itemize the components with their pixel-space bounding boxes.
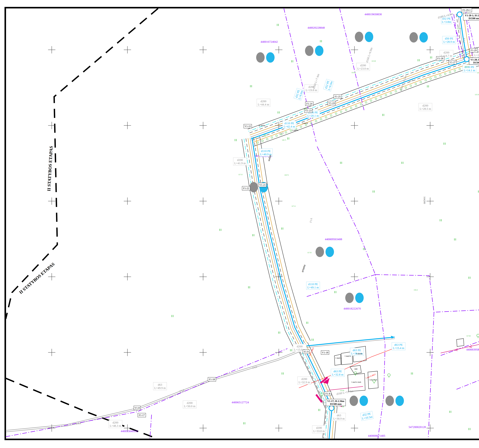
svg-text:d110 PE: d110 PE — [284, 122, 294, 125]
svg-text:1 met 0.40kV: 1 met 0.40kV — [365, 373, 376, 379]
pipe-label: d50 PEL=28.9 m — [442, 36, 456, 44]
grid-cross — [426, 349, 434, 356]
grid-cross — [351, 46, 358, 53]
svg-text:F1-8: F1-8 — [326, 392, 330, 395]
svg-text:124.93: 124.93 — [457, 28, 461, 29]
grid-cross — [275, 198, 282, 205]
svg-text:547200020128: 547200020128 — [409, 425, 426, 428]
dimension-label: d200L=44.4 m — [257, 99, 270, 107]
svg-text:L=19.8 m: L=19.8 m — [306, 88, 317, 92]
elevation-label: 126.71 — [282, 139, 286, 141]
parcel-number: 440009503408 — [325, 237, 342, 241]
dimension-label: d200L=50.0 m — [183, 401, 196, 408]
svg-text:F1-22: F1-22 — [243, 187, 249, 190]
node-label: F1-9 — [303, 350, 310, 354]
svg-text:L=50.0 m: L=50.0 m — [184, 404, 195, 408]
grid-cross — [124, 273, 131, 280]
svg-text:128.74: 128.74 — [284, 174, 289, 176]
manhole-projected-icon — [355, 293, 364, 303]
node-label: V1-27 — [449, 60, 457, 64]
tree-icon — [388, 374, 390, 376]
svg-text:V1-28-1; H-2.74m: V1-28-1; H-2.74m — [465, 14, 479, 17]
parcel-number: 547200020128 — [409, 425, 426, 428]
svg-text:1 med k: 1 med k — [302, 122, 308, 124]
parcel-number: 440065127724 — [232, 401, 249, 404]
svg-text:F1-24: F1-24 — [306, 102, 312, 105]
svg-text:127.35: 127.35 — [307, 252, 312, 253]
svg-text:126.71: 126.71 — [282, 139, 286, 141]
elevation-label: 127.35 — [307, 252, 312, 253]
svg-text:L=41.9 m: L=41.9 m — [234, 162, 246, 165]
svg-text:d200: d200 — [316, 426, 322, 429]
svg-text:130.21: 130.21 — [414, 289, 418, 291]
svg-text:L=32.9 m: L=32.9 m — [299, 381, 310, 384]
svg-text:440065127724: 440065127724 — [232, 401, 249, 404]
tree-icon — [354, 372, 357, 375]
svg-text:L=33.0 m: L=33.0 m — [313, 429, 325, 433]
svg-text:L=49.9 m: L=49.9 m — [154, 386, 166, 389]
svg-text:127.11: 127.11 — [292, 205, 296, 207]
svg-text:ariama: ariama — [301, 264, 306, 273]
svg-text:440018222670: 440018222670 — [344, 307, 361, 310]
grid-cross — [124, 349, 131, 356]
svg-text:164200: 164200 — [423, 196, 426, 204]
node-label: F1-25 — [334, 94, 342, 99]
grid-cross — [351, 424, 358, 432]
svg-text:d63: d63 — [158, 383, 162, 386]
svg-text:440016724042: 440016724042 — [260, 40, 278, 43]
grid-cross — [275, 46, 282, 53]
node-label: V1-24 — [327, 101, 336, 105]
svg-text:d50 PE: d50 PE — [445, 37, 453, 40]
svg-text:440055840532: 440055840532 — [121, 429, 138, 433]
svg-text:d63 PE: d63 PE — [394, 343, 403, 346]
svg-text:d160 L=11.5m: d160 L=11.5m — [336, 389, 353, 395]
building-footprint — [457, 339, 464, 347]
svg-text:L=23.0 m: L=23.0 m — [357, 67, 369, 70]
svg-text:d200: d200 — [113, 421, 118, 424]
svg-text:L=32.8 m: L=32.8 m — [332, 373, 343, 376]
svg-text:126.40: 126.40 — [351, 72, 356, 73]
plan-text: F1A — [179, 389, 185, 393]
node-detail-label: V1-28-1; H-2.74mD1500 mm — [463, 13, 479, 20]
elevation-label: 125.43 — [477, 72, 479, 73]
elevation-label: 127.64 — [466, 335, 471, 337]
elevation-label: 130.21 — [414, 289, 418, 291]
svg-text:d200: d200 — [237, 158, 243, 161]
svg-text:d200: d200 — [297, 345, 303, 348]
svg-text:d110 PE: d110 PE — [261, 149, 271, 152]
elevation-label: 125.33 — [465, 66, 469, 68]
svg-text:L=48.3 m: L=48.3 m — [110, 424, 121, 427]
node-label: F1-22 — [242, 186, 250, 190]
dimension-label: d160 L=11.5m — [336, 389, 353, 395]
dimension-label: d200L=41.9 m — [233, 158, 247, 165]
manhole-projected-icon — [326, 247, 334, 257]
svg-text:F1-29: F1-29 — [471, 49, 477, 52]
grid-cross — [200, 122, 207, 129]
manhole-projected-icon — [359, 396, 368, 406]
plan-text: F1A — [462, 38, 466, 43]
svg-text:F1A: F1A — [309, 217, 313, 223]
pipe-label: d32 PEL=10.5m — [360, 411, 373, 421]
grid-cross — [48, 349, 55, 356]
elevation-label: 128.74 — [284, 174, 289, 176]
dimension-label: d63L=49.9 m — [153, 382, 167, 390]
svg-text:F1-9: F1-9 — [304, 350, 308, 353]
svg-text:1 med k: 1 med k — [292, 129, 298, 131]
grid-cross — [124, 46, 131, 53]
svg-text:d200: d200 — [444, 51, 449, 54]
svg-text:V1-27: V1-27 — [449, 61, 456, 64]
manhole-existing-icon — [345, 293, 354, 303]
svg-text:127.64: 127.64 — [466, 335, 471, 337]
building-footprint — [334, 354, 341, 365]
grid-cross — [200, 273, 207, 280]
elevation-label: 125.96 — [303, 108, 307, 110]
svg-text:1 med k: 1 med k — [345, 355, 351, 357]
pipe-label: d63 PEL=15.4 m — [392, 343, 405, 350]
parcel-number: 440055840532 — [121, 429, 138, 433]
svg-text:F1-29-1: F1-29-1 — [463, 9, 471, 12]
svg-text:L=44.4 m: L=44.4 m — [258, 103, 269, 106]
manhole-existing-icon — [355, 32, 363, 42]
plan-text: F1A — [279, 131, 284, 136]
pipe-label: d110 PEL=14.1 m — [463, 65, 476, 72]
manhole-projected-icon — [315, 46, 323, 56]
